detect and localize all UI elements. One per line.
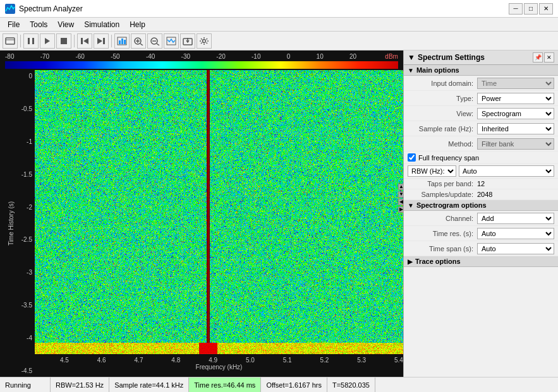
- input-domain-label: Input domain:: [408, 80, 477, 87]
- ytick-5: -2.5: [21, 236, 32, 243]
- main-options-header[interactable]: ▼ Main options: [404, 65, 558, 76]
- title-bar-text: Spectrum Analyzer: [19, 4, 509, 13]
- spectrogram-options-label: Spectrogram options: [416, 201, 487, 209]
- spectrogram-canvas: [35, 70, 403, 354]
- svg-marker-8: [97, 38, 102, 44]
- toolbar-step-back[interactable]: [77, 33, 92, 49]
- cb-label-2: -60: [75, 53, 84, 60]
- time-res-label: Time res. (s):: [408, 230, 477, 237]
- cb-label-8: 0: [287, 53, 291, 60]
- time-res-value: Auto: [477, 228, 554, 239]
- taps-per-band-value: 12: [477, 180, 554, 187]
- status-rbw: RBW=21.53 Hz: [51, 377, 109, 392]
- trace-options-header[interactable]: ▶ Trace options: [404, 256, 558, 267]
- svg-rect-9: [103, 38, 105, 44]
- input-domain-select[interactable]: Time: [477, 78, 554, 89]
- toolbar-stop[interactable]: [56, 33, 71, 49]
- toolbar-settings[interactable]: [197, 33, 212, 49]
- channel-select[interactable]: Add: [477, 213, 554, 224]
- channel-row: Channel: Add: [404, 211, 558, 226]
- toolbar-pause[interactable]: [23, 33, 39, 49]
- spectrogram-options-header[interactable]: ▼ Spectrogram options: [404, 200, 558, 211]
- method-select[interactable]: Filter bank: [477, 138, 554, 150]
- main-area: -80 -70 -60 -50 -40 -30 -20 -10 0 10 20 …: [0, 50, 558, 377]
- settings-panel: ▼ Spectrum Settings 📌 ✕ ▼ Main options I…: [403, 50, 558, 377]
- arrow-down[interactable]: ▼: [398, 191, 403, 198]
- status-running-text: Running: [5, 381, 31, 389]
- time-span-label: Time span (s):: [408, 245, 477, 252]
- settings-close-button[interactable]: ✕: [544, 52, 554, 62]
- svg-marker-4: [45, 38, 50, 44]
- view-value: Spectrogram: [477, 108, 554, 119]
- settings-pin-button[interactable]: 📌: [533, 52, 543, 62]
- toolbar-zoom-in[interactable]: [131, 33, 146, 49]
- colorbar-section: -80 -70 -60 -50 -40 -30 -20 -10 0 10 20 …: [0, 50, 403, 70]
- toolbar-chart[interactable]: [114, 33, 130, 49]
- y-axis-label: Time History (s): [8, 192, 15, 255]
- rbw-value-select[interactable]: Auto: [459, 165, 554, 177]
- title-bar-controls: ─ □ ✕: [509, 3, 553, 15]
- cb-label-4: -40: [146, 53, 155, 60]
- svg-line-19: [157, 44, 159, 45]
- menu-file[interactable]: File: [3, 19, 25, 30]
- toolbar-export[interactable]: [180, 33, 195, 49]
- rbw-dropdown[interactable]: RBW (Hz):: [408, 165, 456, 177]
- arrow-left[interactable]: ◀: [398, 199, 403, 205]
- menu-help[interactable]: Help: [124, 19, 150, 30]
- taps-per-band-row: Taps per band: 12: [404, 179, 558, 189]
- title-bar: Spectrum Analyzer ─ □ ✕: [0, 0, 558, 18]
- status-time-text: T=5820.035: [332, 381, 370, 389]
- input-domain-value: Time: [477, 78, 554, 89]
- svg-point-24: [203, 39, 206, 42]
- ytick-3: -1.5: [21, 171, 32, 178]
- cb-label-1: -70: [40, 53, 49, 60]
- xtick-0: 4.5: [60, 357, 69, 364]
- status-running: Running: [0, 377, 51, 392]
- svg-rect-5: [61, 38, 67, 44]
- minimize-button[interactable]: ─: [509, 3, 523, 15]
- menu-simulation[interactable]: Simulation: [79, 19, 124, 30]
- settings-panel-title: ▼ Spectrum Settings 📌 ✕: [404, 50, 558, 65]
- cb-label-0: -80: [5, 53, 14, 60]
- close-button[interactable]: ✕: [539, 3, 553, 15]
- toolbar-open[interactable]: [3, 33, 18, 49]
- trace-options-arrow: ▶: [408, 258, 413, 265]
- svg-line-15: [140, 44, 143, 45]
- menu-tools[interactable]: Tools: [25, 19, 52, 30]
- spectrogram: ▲ ▼ ◀ ▶: [35, 70, 403, 354]
- cb-label-3: -50: [111, 53, 119, 60]
- sample-rate-row: Sample rate (Hz): Inherited: [404, 121, 558, 136]
- arrow-right[interactable]: ▶: [398, 206, 403, 213]
- ytick-9: -4.5: [21, 367, 32, 374]
- xtick-3: 4.8: [171, 357, 180, 364]
- toolbar-sep-1: [20, 35, 21, 47]
- spectrogram-options-arrow: ▼: [408, 202, 414, 209]
- chart-container: Time History (s) 0 -0.5 -1 -1.5 -2 -2.5 …: [0, 70, 403, 377]
- toolbar-fit[interactable]: [164, 33, 179, 49]
- toolbar-step-forward[interactable]: [94, 33, 109, 49]
- time-span-select[interactable]: Auto: [477, 243, 554, 254]
- cb-label-5: -30: [181, 53, 190, 60]
- main-options-label: Main options: [416, 66, 459, 74]
- full-freq-span-checkbox[interactable]: [408, 153, 416, 162]
- svg-marker-6: [83, 38, 88, 44]
- type-select[interactable]: Power: [477, 93, 554, 104]
- toolbar-sep-2: [74, 35, 75, 47]
- full-freq-span-row: Full frequency span: [404, 151, 558, 164]
- ytick-4: -2: [27, 204, 32, 211]
- type-row: Type: Power: [404, 91, 558, 106]
- status-offset-text: Offset=1.6167 hrs: [266, 381, 322, 389]
- arrow-up[interactable]: ▲: [398, 184, 403, 190]
- time-res-select[interactable]: Auto: [477, 228, 554, 239]
- time-res-row: Time res. (s): Auto: [404, 226, 558, 241]
- maximize-button[interactable]: □: [524, 3, 538, 15]
- toolbar: [0, 32, 558, 50]
- x-axis-label: Frequency (kHz): [35, 364, 403, 373]
- toolbar-play[interactable]: [40, 33, 55, 49]
- ytick-1: -0.5: [21, 105, 32, 112]
- sample-rate-select[interactable]: Inherited: [477, 123, 554, 134]
- xtick-1: 4.6: [97, 357, 106, 364]
- menu-view[interactable]: View: [52, 19, 79, 30]
- view-select[interactable]: Spectrogram: [477, 108, 554, 119]
- toolbar-zoom-out[interactable]: [147, 33, 162, 49]
